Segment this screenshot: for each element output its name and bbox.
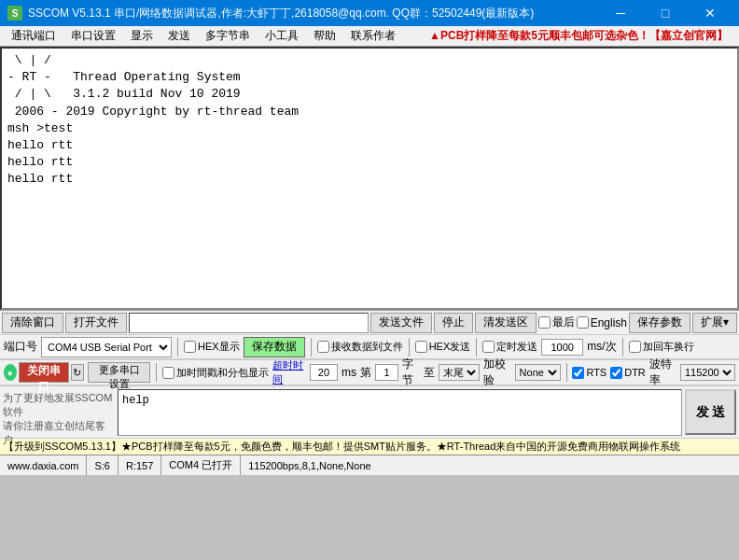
english-label: English: [591, 316, 627, 329]
maximize-button[interactable]: □: [644, 0, 687, 26]
timeout-unit: ms: [342, 366, 356, 379]
clear-window-button[interactable]: 清除窗口: [2, 313, 63, 333]
status-s: S:6: [87, 455, 119, 475]
add-timestamp-label[interactable]: 加时間戳和分包显示: [162, 366, 269, 380]
add-timestamp-checkbox[interactable]: [162, 367, 174, 379]
marquee-bar: 【升级到SSCOM5.13.1】★PCB打样降至每款5元，免颜色费，顺丰包邮！提…: [0, 438, 739, 455]
timeout-label: 超时时间: [272, 358, 306, 386]
status-website: www.daxia.com: [0, 455, 87, 475]
rts-checkbox[interactable]: [572, 367, 584, 379]
terminal-container: \ | / - RT - Thread Operating System / |…: [0, 47, 739, 310]
page-label: 第: [360, 365, 371, 381]
baudrate-select[interactable]: 115200: [680, 364, 735, 381]
checksum-label: 加校验: [483, 357, 510, 388]
save-params-button[interactable]: 保存参数: [629, 313, 690, 333]
port-row: 端口号 COM4 USB Serial Port HEX显示 保存数据 接收数据…: [0, 335, 739, 359]
to-label: 至: [424, 365, 435, 381]
page-input[interactable]: [375, 364, 398, 381]
input-area: 为了更好地发展SSCOM软件 请你注册嘉立创结尾客户 help 发 送: [0, 385, 739, 438]
last-checkbox[interactable]: [538, 316, 551, 329]
dtr-label[interactable]: DTR: [610, 367, 646, 379]
close-button[interactable]: ✕: [689, 0, 732, 26]
control-row: ● 关闭串口 ↻ 更多串口设置 加时間戳和分包显示 超时时间 ms 第 字节 至…: [0, 359, 739, 385]
baudrate-label: 波特率: [649, 357, 676, 388]
minimize-button[interactable]: ─: [599, 0, 642, 26]
window-controls: ─ □ ✕: [599, 0, 732, 26]
status-bar: www.daxia.com S:6 R:157 COM4 已打开 115200b…: [0, 455, 739, 475]
menu-bar: 通讯端口 串口设置 显示 发送 多字节串 小工具 帮助 联系作者 ▲PCB打样降…: [0, 26, 739, 47]
port-status-icon: ●: [4, 364, 17, 381]
hex-send-checkbox[interactable]: [415, 341, 427, 353]
marquee-text: 【升级到SSCOM5.13.1】★PCB打样降至每款5元，免颜色费，顺丰包邮！提…: [4, 440, 680, 454]
receive-to-file-checkbox[interactable]: [317, 341, 329, 353]
more-settings-button[interactable]: 更多串口设置: [88, 362, 151, 383]
status-port: COM4 已打开: [161, 455, 241, 475]
receive-to-file-label[interactable]: 接收数据到文件: [317, 340, 403, 354]
hex-display-label[interactable]: HEX显示: [184, 340, 240, 354]
checksum-select[interactable]: None: [515, 364, 561, 381]
clear-send-button[interactable]: 清发送区: [475, 313, 537, 333]
timed-send-checkbox[interactable]: [482, 341, 495, 353]
menu-fasong[interactable]: 发送: [160, 26, 198, 46]
send-big-button[interactable]: 发 送: [685, 389, 736, 435]
add-return-checkbox[interactable]: [629, 341, 641, 353]
hex-display-checkbox[interactable]: [184, 341, 196, 353]
menu-chuankou[interactable]: 串口设置: [63, 26, 123, 46]
menu-lianxi[interactable]: 联系作者: [343, 26, 403, 46]
help-text-area[interactable]: help: [118, 389, 682, 436]
dtr-checkbox[interactable]: [610, 367, 622, 379]
refresh-button[interactable]: ↻: [71, 364, 84, 381]
close-port-button[interactable]: 关闭串口: [19, 362, 69, 383]
interval-unit: ms/次: [587, 339, 616, 355]
send-input[interactable]: [129, 313, 369, 333]
byte-label: 字节: [402, 357, 420, 388]
menu-xiaogongju[interactable]: 小工具: [258, 26, 306, 46]
bottom-area: 清除窗口 打开文件 发送文件 停止 清发送区 最后 English 保存参数 扩…: [0, 310, 739, 438]
promo-line1: 为了更好地发展SSCOM软件: [3, 391, 115, 419]
add-return-label[interactable]: 加回车换行: [629, 340, 694, 354]
english-checkbox[interactable]: [577, 316, 589, 329]
app-icon: S: [7, 6, 22, 21]
timed-send-label[interactable]: 定时发送: [482, 340, 537, 354]
stop-button[interactable]: 停止: [434, 313, 473, 333]
hex-send-label[interactable]: HEX发送: [415, 340, 471, 354]
rts-label[interactable]: RTS: [572, 367, 607, 379]
timeout-input[interactable]: [310, 364, 338, 381]
port-number-label: 端口号: [4, 339, 37, 355]
status-config: 115200bps,8,1,None,None: [241, 455, 739, 475]
expand-button[interactable]: 扩展▾: [692, 313, 737, 333]
send-toolbar: 清除窗口 打开文件 发送文件 停止 清发送区 最后 English 保存参数 扩…: [0, 311, 739, 335]
menu-duozijie[interactable]: 多字节串: [198, 26, 258, 46]
port-select[interactable]: COM4 USB Serial Port: [41, 337, 172, 357]
menu-bangzhu[interactable]: 帮助: [306, 26, 343, 46]
menu-xianshi[interactable]: 显示: [123, 26, 160, 46]
open-file-button[interactable]: 打开文件: [65, 313, 127, 333]
status-r: R:157: [119, 455, 161, 475]
ad-text[interactable]: ▲PCB打样降至每款5元顺丰包邮可选杂色！【嘉立创官网】: [422, 26, 735, 46]
menu-tongxun[interactable]: 通讯端口: [4, 26, 63, 46]
send-file-button[interactable]: 发送文件: [370, 313, 432, 333]
end-select[interactable]: 末尾: [439, 364, 480, 381]
interval-input[interactable]: [541, 339, 583, 356]
title-bar: S SSCOM V5.13.1 串口/网络数据调试器,作者:大虾丁丁,26180…: [0, 0, 739, 26]
terminal-output[interactable]: \ | / - RT - Thread Operating System / |…: [2, 49, 737, 308]
last-label: 最后: [552, 315, 575, 330]
save-data-button[interactable]: 保存数据: [244, 337, 305, 357]
title-text: SSCOM V5.13.1 串口/网络数据调试器,作者:大虾丁丁,2618058…: [28, 6, 599, 21]
